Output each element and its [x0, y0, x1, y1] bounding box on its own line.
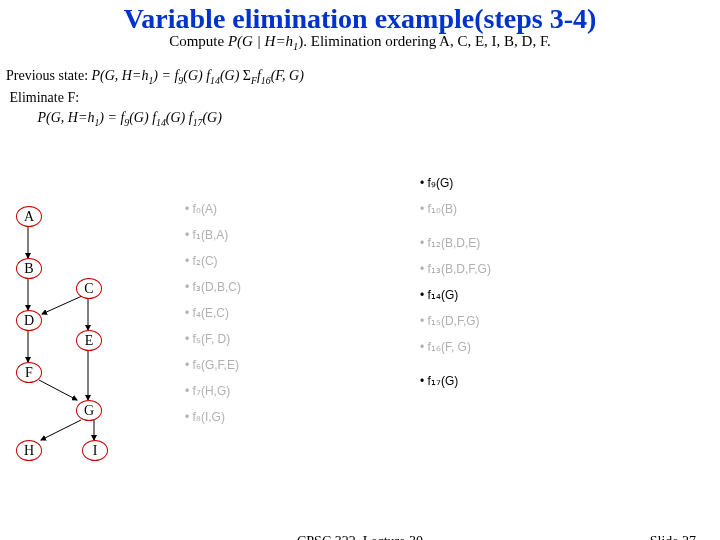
a3s: 14: [156, 117, 166, 128]
a4: (G) f: [166, 110, 193, 125]
p3: (G) f: [183, 68, 210, 83]
f4: f₄(E,C): [185, 300, 241, 326]
f10: f₁₀(B): [420, 196, 491, 222]
node-c: C: [76, 278, 102, 299]
f3: f₃(D,B,C): [185, 274, 241, 300]
elim-label: Eliminate F:: [10, 90, 80, 105]
factors-left: f₀(A) f₁(B,A) f₂(C) f₃(D,B,C) f₄(E,C) f₅…: [185, 196, 241, 430]
p3s: 14: [210, 75, 220, 86]
svg-line-7: [41, 420, 81, 440]
a5: (G): [202, 110, 221, 125]
f13: f₁₃(B,D,F,G): [420, 256, 491, 282]
node-f: F: [16, 362, 42, 383]
p5s: 16: [261, 75, 271, 86]
node-i: I: [82, 440, 108, 461]
factors-right: f₉(G) f₁₀(B) f₁₂(B,D,E) f₁₃(B,D,F,G) f₁₄…: [420, 170, 491, 394]
a4s: 17: [193, 117, 203, 128]
f16: f₁₆(F, G): [420, 334, 491, 360]
subtitle: Compute P(G | H=h1). Elimination orderin…: [0, 33, 720, 52]
f15: f₁₅(D,F,G): [420, 308, 491, 334]
node-g: G: [76, 400, 102, 421]
node-d: D: [16, 310, 42, 331]
f17: f₁₇(G): [420, 368, 491, 394]
content-area: A B C D E F G H I f₀(A) f₁(B,A) f₂(C) f₃…: [0, 170, 720, 512]
node-a: A: [16, 206, 42, 227]
footer-mid: CPSC 322, Lecture 30: [297, 534, 423, 540]
f14: f₁₄(G): [420, 282, 491, 308]
f5: f₅(F, D): [185, 326, 241, 352]
bn-arrows: [6, 206, 146, 506]
node-h: H: [16, 440, 42, 461]
f6: f₆(G,F,E): [185, 352, 241, 378]
f1: f₁(B,A): [185, 222, 241, 248]
f9: f₉(G): [420, 170, 491, 196]
a3: (G) f: [129, 110, 156, 125]
f0: f₀(A): [185, 196, 241, 222]
prev-expr: P(G, H=h1) = f9(G) f14(G) ΣFf16(F, G): [92, 68, 304, 83]
node-b: B: [16, 258, 42, 279]
sum: Σ: [243, 68, 251, 83]
derivation: Previous state: P(G, H=h1) = f9(G) f14(G…: [0, 52, 720, 130]
node-e: E: [76, 330, 102, 351]
p4: (G): [220, 68, 243, 83]
subtitle-post: ). Elimination ordering A, C, E, I, B, D…: [298, 33, 551, 49]
a2: ) = f: [99, 110, 124, 125]
p6: (F, G): [271, 68, 304, 83]
f2: f₂(C): [185, 248, 241, 274]
svg-line-2: [42, 296, 82, 314]
after-expr: P(G, H=h1) = f9(G) f14(G) f17(G): [38, 110, 222, 125]
subtitle-pre: Compute: [169, 33, 228, 49]
prev-label: Previous state:: [6, 68, 92, 83]
f8: f₈(I,G): [185, 404, 241, 430]
footer-right: Slide 27: [650, 534, 696, 540]
f12: f₁₂(B,D,E): [420, 230, 491, 256]
bayes-net: A B C D E F G H I: [6, 206, 146, 506]
p1: P(G, H=h: [92, 68, 149, 83]
svg-line-5: [39, 380, 77, 400]
a1: P(G, H=h: [38, 110, 95, 125]
subtitle-mid: P(G | H=h: [228, 33, 293, 49]
subtitle-query: P(G | H=h1). Elimination ordering A, C, …: [228, 33, 551, 49]
slide-title: Variable elimination example(steps 3-4): [0, 0, 720, 35]
f7: f₇(H,G): [185, 378, 241, 404]
p2: ) = f: [153, 68, 178, 83]
